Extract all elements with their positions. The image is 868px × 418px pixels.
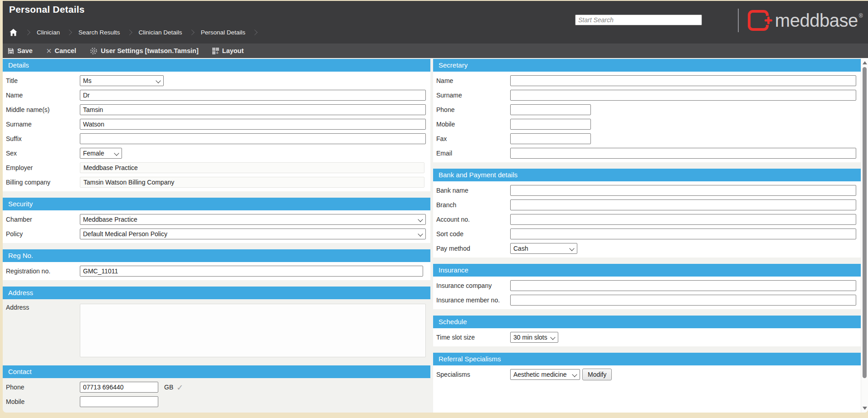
- sex-select[interactable]: Female: [80, 148, 122, 159]
- bank-name-input[interactable]: [510, 185, 856, 196]
- field-label-phone: Phone: [3, 384, 80, 391]
- section-header-referral-specialisms: Referral Specialisms: [433, 353, 861, 365]
- scrollbar-up-arrow[interactable]: [861, 59, 868, 66]
- field-row-name: Name: [3, 88, 430, 102]
- surname-input[interactable]: [510, 90, 856, 101]
- specialisms-select[interactable]: Aesthetic medicine: [510, 369, 580, 380]
- section-details: DetailsTitleMsNameMiddle name(s)SurnameS…: [3, 59, 430, 191]
- field-label-mobile: Mobile: [3, 398, 80, 405]
- phone-country-code: GB: [164, 384, 173, 391]
- chamber-select[interactable]: Meddbase Practice: [80, 214, 426, 225]
- section-header-insurance: Insurance: [433, 264, 861, 277]
- section-schedule: ScheduleTime slot size30 min slots: [433, 316, 861, 346]
- field-row-insurance-company: Insurance company: [433, 278, 861, 293]
- employer-readonly-field: Meddbase Practice: [80, 162, 424, 173]
- field-label-suffix: Suffix: [3, 135, 80, 142]
- section-insurance: InsuranceInsurance companyInsurance memb…: [433, 264, 861, 309]
- section-body-address: Address: [3, 299, 430, 359]
- branch-input[interactable]: [510, 199, 856, 210]
- modify-button[interactable]: Modify: [582, 369, 612, 380]
- address-textarea[interactable]: [80, 304, 426, 357]
- scrollbar-down-arrow[interactable]: [861, 404, 868, 412]
- field-label-insurance-company: Insurance company: [433, 282, 510, 289]
- search-input[interactable]: [575, 15, 702, 25]
- section-body-schedule: Time slot size30 min slots: [433, 328, 861, 346]
- breadcrumb-chevron-icon: [24, 29, 30, 35]
- field-label-employer: Employer: [3, 164, 80, 171]
- breadcrumb-item-clinician[interactable]: Clinician: [36, 29, 61, 36]
- user-settings-button[interactable]: User Settings [twatson.Tamsin]: [90, 47, 199, 55]
- field-row-fax: Fax: [433, 131, 861, 146]
- field-label-bank-name: Bank name: [433, 187, 510, 194]
- vertical-scrollbar[interactable]: [861, 58, 868, 413]
- home-button[interactable]: [7, 26, 19, 38]
- title-select-wrap: Ms: [80, 75, 164, 86]
- app-frame: Personal Details ClinicianSearch Results…: [3, 1, 868, 413]
- surname-input[interactable]: [80, 119, 426, 130]
- section-body-reg-no: Registration no.: [3, 262, 430, 280]
- sort-code-input[interactable]: [510, 228, 856, 239]
- field-row-mobile: Mobile: [3, 394, 430, 409]
- section-header-contact: Contact: [3, 365, 430, 378]
- gear-icon: [90, 47, 98, 55]
- save-button[interactable]: Save: [7, 47, 33, 54]
- breadcrumb-item-clinician-details[interactable]: Clinician Details: [138, 29, 183, 36]
- save-icon: [7, 48, 14, 54]
- right-column: SecretaryNameSurnamePhoneMobileFaxEmailB…: [433, 59, 861, 413]
- breadcrumb-item-search-results[interactable]: Search Results: [78, 29, 121, 36]
- field-row-surname: Surname: [433, 88, 861, 102]
- name-input[interactable]: [510, 75, 856, 86]
- field-row-insurance-member-no: Insurance member no.: [433, 293, 861, 307]
- title-select[interactable]: Ms: [80, 75, 164, 86]
- field-row-phone: PhoneGB✓: [3, 380, 430, 394]
- middle-name-s-input[interactable]: [80, 104, 426, 115]
- account-no-input[interactable]: [510, 214, 856, 225]
- field-row-suffix: Suffix: [3, 131, 430, 146]
- field-label-name: Name: [3, 92, 80, 99]
- section-body-contact: PhoneGB✓Mobile: [3, 378, 430, 413]
- phone-input[interactable]: [80, 382, 158, 393]
- field-label-account-no: Account no.: [433, 216, 510, 223]
- field-label-middle-name-s: Middle name(s): [3, 106, 80, 113]
- suffix-input[interactable]: [80, 133, 426, 144]
- section-body-referral-specialisms: SpecialismsAesthetic medicineModify: [433, 365, 861, 413]
- pay-method-select[interactable]: Cash: [510, 243, 577, 254]
- insurance-company-input[interactable]: [510, 280, 856, 291]
- insurance-member-no-input[interactable]: [510, 295, 856, 306]
- field-row-account-no: Account no.: [433, 212, 861, 227]
- field-label-phone: Phone: [433, 106, 510, 113]
- mobile-input[interactable]: [80, 396, 158, 407]
- name-input[interactable]: [80, 90, 426, 101]
- field-row-name: Name: [433, 73, 861, 88]
- section-body-security: ChamberMeddbase PracticePolicyDefault Me…: [3, 210, 430, 243]
- field-row-specialisms: SpecialismsAesthetic medicineModify: [433, 367, 861, 382]
- field-label-policy: Policy: [3, 230, 80, 238]
- mobile-input[interactable]: [510, 119, 591, 130]
- fax-input[interactable]: [510, 133, 591, 144]
- field-row-time-slot-size: Time slot size30 min slots: [433, 330, 861, 345]
- layout-button[interactable]: + Layout: [212, 47, 244, 54]
- section-header-address: Address: [3, 287, 430, 299]
- page-header: Personal Details ClinicianSearch Results…: [3, 1, 868, 44]
- cancel-button[interactable]: × Cancel: [46, 47, 76, 54]
- breadcrumb-chevron-icon: [127, 29, 132, 35]
- registration-no-input[interactable]: [80, 266, 423, 277]
- field-row-branch: Branch: [433, 198, 861, 212]
- field-label-email: Email: [433, 150, 510, 157]
- email-input[interactable]: [510, 148, 856, 159]
- section-address: AddressAddress: [3, 287, 430, 359]
- time-slot-size-select[interactable]: 30 min slots: [510, 332, 558, 343]
- breadcrumb-item-personal-details[interactable]: Personal Details: [200, 29, 246, 36]
- field-label-address: Address: [3, 304, 80, 311]
- field-row-registration-no: Registration no.: [3, 264, 430, 278]
- field-label-name: Name: [433, 77, 510, 84]
- field-label-registration-no: Registration no.: [3, 267, 80, 275]
- section-header-secretary: Secretary: [433, 59, 861, 72]
- phone-input[interactable]: [510, 104, 591, 115]
- chamber-select-wrap: Meddbase Practice: [80, 214, 426, 225]
- left-column: DetailsTitleMsNameMiddle name(s)SurnameS…: [3, 59, 430, 413]
- scrollbar-thumb[interactable]: [863, 67, 867, 378]
- policy-select[interactable]: Default Medical Person Policy: [80, 228, 426, 239]
- section-header-schedule: Schedule: [433, 316, 861, 328]
- field-label-chamber: Chamber: [3, 216, 80, 223]
